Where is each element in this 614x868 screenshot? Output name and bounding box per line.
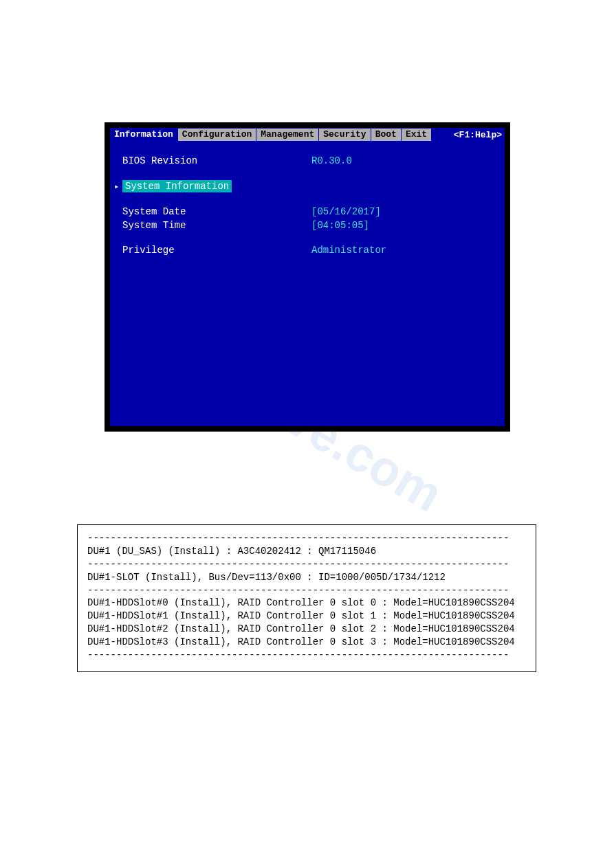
- separator-line: ----------------------------------------…: [87, 649, 526, 662]
- tab-security[interactable]: Security: [319, 129, 370, 141]
- terminal-output-box: ----------------------------------------…: [77, 524, 536, 672]
- row-system-information[interactable]: ▸ System Information: [114, 180, 492, 192]
- row-system-date[interactable]: System Date [05/16/2017]: [122, 206, 492, 217]
- terminal-line-hdd: DU#1-HDDSlot#1 (Install), RAID Controlle…: [87, 610, 526, 623]
- help-hint: <F1:Help>: [451, 130, 505, 140]
- tab-information[interactable]: Information: [110, 129, 177, 141]
- separator-line: ----------------------------------------…: [87, 584, 526, 597]
- tab-boot[interactable]: Boot: [371, 129, 401, 141]
- terminal-line-du: DU#1 (DU_SAS) (Install) : A3C40202412 : …: [87, 545, 526, 558]
- tab-configuration[interactable]: Configuration: [178, 129, 256, 141]
- bios-window: Information Configuration Management Sec…: [105, 122, 510, 432]
- system-time-label: System Time: [122, 220, 311, 231]
- separator-line: ----------------------------------------…: [87, 558, 526, 571]
- system-date-label: System Date: [122, 206, 311, 217]
- row-privilege: Privilege Administrator: [122, 245, 492, 256]
- terminal-line-slot: DU#1-SLOT (Install), Bus/Dev=113/0x00 : …: [87, 571, 526, 584]
- system-information-item[interactable]: System Information: [122, 180, 232, 192]
- bios-body: BIOS Revision R0.30.0 ▸ System Informati…: [110, 142, 505, 426]
- row-system-time[interactable]: System Time [04:05:05]: [122, 220, 492, 231]
- bios-revision-value: R0.30.0: [311, 155, 492, 166]
- terminal-line-hdd: DU#1-HDDSlot#3 (Install), RAID Controlle…: [87, 636, 526, 649]
- row-bios-revision: BIOS Revision R0.30.0: [122, 155, 492, 166]
- terminal-line-hdd: DU#1-HDDSlot#0 (Install), RAID Controlle…: [87, 597, 526, 610]
- tab-management[interactable]: Management: [256, 129, 318, 141]
- terminal-line-hdd: DU#1-HDDSlot#2 (Install), RAID Controlle…: [87, 623, 526, 636]
- spacer: [122, 234, 492, 245]
- separator-line: ----------------------------------------…: [87, 532, 526, 545]
- bios-inner: Information Configuration Management Sec…: [110, 128, 505, 426]
- bios-tab-bar: Information Configuration Management Sec…: [110, 128, 505, 142]
- system-date-value[interactable]: [05/16/2017]: [311, 206, 492, 217]
- bios-revision-label: BIOS Revision: [122, 155, 311, 166]
- system-time-value[interactable]: [04:05:05]: [311, 220, 492, 231]
- privilege-value: Administrator: [311, 245, 492, 256]
- tab-exit[interactable]: Exit: [402, 129, 431, 141]
- selection-arrow-icon: ▸: [114, 181, 122, 192]
- privilege-label: Privilege: [122, 245, 311, 256]
